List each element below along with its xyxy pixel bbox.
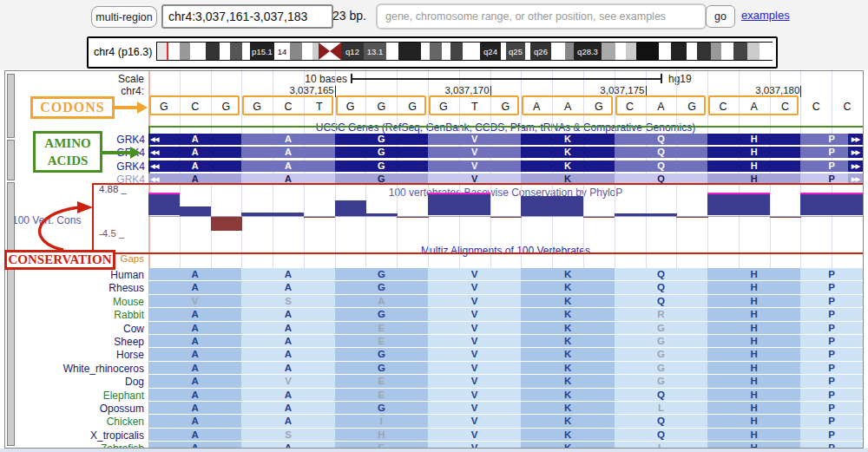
species-label-Rhesus[interactable]: Rhesus xyxy=(5,282,144,294)
alignment-aa-cell[interactable]: G xyxy=(335,348,428,360)
gene-aa-cell[interactable]: K xyxy=(521,147,614,158)
alignment-aa-cell[interactable]: K xyxy=(521,429,614,441)
alignment-aa-cell[interactable]: R xyxy=(615,308,707,320)
alignment-aa-cell[interactable]: I xyxy=(335,415,428,427)
alignment-aa-cell[interactable]: V xyxy=(428,335,521,347)
alignment-aa-cell[interactable]: V xyxy=(428,268,521,280)
species-label-Elephant[interactable]: Elephant xyxy=(5,390,144,402)
alignment-aa-cell[interactable]: G xyxy=(615,375,707,387)
gene-aa-cell[interactable]: G xyxy=(335,134,428,145)
alignment-aa-cell[interactable]: V xyxy=(428,389,521,401)
gene-aa-cell[interactable]: A xyxy=(241,147,334,158)
alignment-aa-cell[interactable]: G xyxy=(335,402,428,414)
alignment-aa-cell[interactable]: A xyxy=(148,415,241,427)
species-label-Zebrafish[interactable]: Zebrafish xyxy=(5,442,144,449)
gene-aa-cell[interactable]: A xyxy=(241,160,334,172)
alignment-aa-cell[interactable]: H xyxy=(335,429,428,441)
alignment-aa-cell[interactable]: K xyxy=(521,362,614,374)
alignment-aa-cell[interactable]: A xyxy=(148,308,241,320)
ideogram-band-q26[interactable]: q26 xyxy=(530,43,551,60)
gene-aa-cell[interactable]: K xyxy=(521,134,614,145)
alignment-aa-cell[interactable]: A xyxy=(241,389,334,401)
ideogram-band[interactable] xyxy=(169,43,180,60)
alignment-aa-cell[interactable]: K xyxy=(521,308,614,320)
alignment-aa-cell[interactable]: E xyxy=(335,442,428,449)
alignment-aa-cell[interactable]: A xyxy=(148,335,241,347)
alignment-aa-cell[interactable]: Q xyxy=(615,415,707,427)
ideogram-band[interactable] xyxy=(421,43,430,60)
alignment-aa-cell[interactable]: P xyxy=(800,429,863,441)
species-label-Cow[interactable]: Cow xyxy=(5,323,144,335)
alignment-aa-cell[interactable]: K xyxy=(521,389,614,401)
alignment-aa-cell[interactable]: A xyxy=(148,389,241,401)
alignment-aa-cell[interactable]: H xyxy=(707,362,800,374)
alignment-aa-cell[interactable]: K xyxy=(521,335,614,347)
go-button[interactable]: go xyxy=(706,5,735,28)
alignment-aa-cell[interactable]: G xyxy=(335,308,428,320)
alignment-aa-cell[interactable]: A xyxy=(148,322,241,334)
alignment-aa-cell[interactable]: G xyxy=(615,335,707,347)
alignment-aa-cell[interactable]: V xyxy=(428,402,521,414)
alignment-aa-cell[interactable]: V xyxy=(428,295,521,307)
base-letter[interactable]: C xyxy=(800,101,832,113)
alignment-aa-cell[interactable]: K xyxy=(521,415,614,427)
ideogram-band[interactable] xyxy=(671,43,687,60)
alignment-aa-cell[interactable]: L xyxy=(615,402,707,414)
alignment-aa-cell[interactable]: Q xyxy=(615,295,707,307)
alignment-aa-cell[interactable]: V xyxy=(428,348,521,360)
gene-aa-cell[interactable]: H xyxy=(707,147,800,158)
alignment-aa-cell[interactable]: S xyxy=(241,295,334,307)
ideogram-band[interactable] xyxy=(398,43,421,60)
ideogram-band[interactable] xyxy=(551,43,565,60)
gene-aa-cell[interactable]: Q xyxy=(615,147,707,158)
alignment-aa-cell[interactable]: A xyxy=(241,415,334,427)
species-label-Chicken[interactable]: Chicken xyxy=(5,416,144,428)
alignment-aa-cell[interactable]: E xyxy=(335,389,428,401)
alignment-aa-cell[interactable]: A xyxy=(241,335,334,347)
alignment-aa-cell[interactable]: P xyxy=(800,268,863,280)
alignment-aa-cell[interactable]: A xyxy=(148,442,241,449)
gene-aa-cell[interactable]: Q xyxy=(615,160,707,172)
ideogram-band[interactable] xyxy=(190,43,206,60)
alignment-aa-cell[interactable]: H xyxy=(707,429,800,441)
alignment-aa-cell[interactable]: A xyxy=(241,308,334,320)
ideogram-band[interactable] xyxy=(565,43,574,60)
ideogram-band-q24[interactable]: q24 xyxy=(480,43,501,60)
alignment-aa-cell[interactable]: V xyxy=(428,415,521,427)
track-drag-handle[interactable] xyxy=(7,74,15,138)
alignment-aa-cell[interactable]: H xyxy=(707,348,800,360)
alignment-aa-cell[interactable]: A xyxy=(241,281,334,293)
gene-aa-cell[interactable]: H xyxy=(707,134,800,145)
base-letter[interactable]: C xyxy=(832,101,863,113)
ideogram-band-q12[interactable]: q12 xyxy=(341,43,364,60)
ideogram-band[interactable] xyxy=(302,43,312,60)
gene-aa-cell[interactable]: V xyxy=(428,160,521,172)
ideogram-band[interactable] xyxy=(747,43,760,60)
ideogram-band[interactable] xyxy=(290,43,302,60)
ideogram-band[interactable] xyxy=(450,43,463,60)
ideogram-band[interactable] xyxy=(242,43,250,60)
species-label-Dog[interactable]: Dog xyxy=(5,376,144,388)
alignment-aa-cell[interactable]: P xyxy=(800,295,863,307)
alignment-aa-cell[interactable]: P xyxy=(800,308,863,320)
ideogram-band-q25[interactable]: q25 xyxy=(506,43,525,60)
alignment-aa-cell[interactable]: K xyxy=(521,348,614,360)
alignment-aa-cell[interactable]: Q xyxy=(615,389,707,401)
ideogram-band-13.1[interactable]: 13.1 xyxy=(364,43,386,60)
alignment-aa-cell[interactable]: H xyxy=(707,322,800,334)
alignment-aa-cell[interactable]: A xyxy=(148,362,241,374)
alignment-aa-cell[interactable]: H xyxy=(707,375,800,387)
ideogram-band[interactable] xyxy=(442,43,450,60)
gene-aa-cell[interactable]: V xyxy=(428,147,521,158)
alignment-aa-cell[interactable]: G xyxy=(335,362,428,374)
species-label-Mouse[interactable]: Mouse xyxy=(5,296,144,308)
multi-region-button[interactable]: multi-region xyxy=(91,6,157,28)
gene-aa-cell[interactable]: A xyxy=(241,134,334,145)
alignment-aa-cell[interactable]: P xyxy=(800,402,863,414)
species-label-Horse[interactable]: Horse xyxy=(5,349,144,361)
alignment-aa-cell[interactable]: V xyxy=(148,295,241,307)
alignment-aa-cell[interactable]: A xyxy=(148,348,241,360)
chromosome-ideogram[interactable]: chr4 (p16.3) p15.114q1213.1q24q25q26q28.… xyxy=(87,36,778,69)
alignment-aa-cell[interactable]: H xyxy=(707,295,800,307)
species-label-White_rhinoceros[interactable]: White_rhinoceros xyxy=(5,363,144,375)
